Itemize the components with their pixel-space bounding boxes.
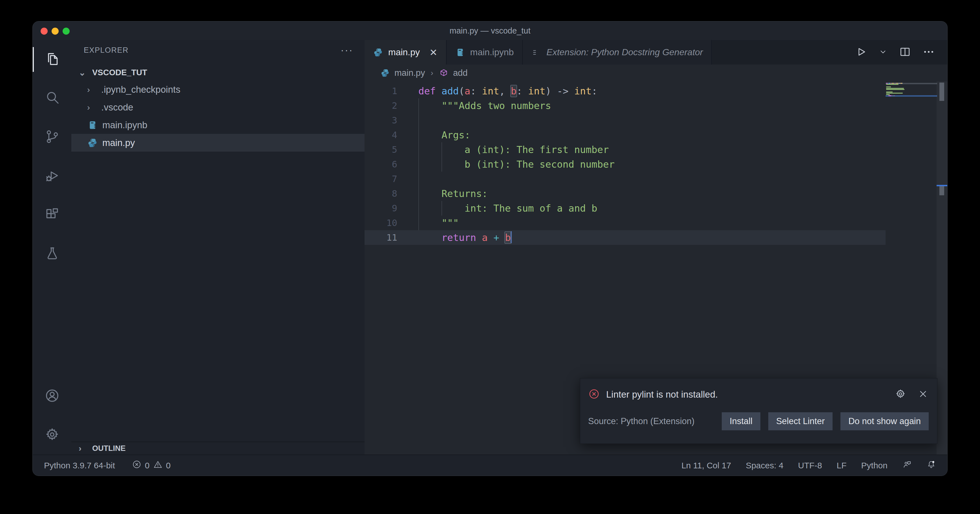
status-encoding[interactable]: UTF-8 [798,461,822,470]
symbol-cube-icon [439,68,449,78]
explorer-more-actions-button[interactable]: ··· [340,44,353,56]
account-icon [44,388,60,405]
breadcrumb-file[interactable]: main.py [395,68,425,78]
line-number: 10 [364,216,418,230]
search-icon [44,90,60,107]
feedback-icon [902,460,912,471]
notification-button-do-not-show-again[interactable]: Do not show again [840,412,929,430]
tree-root-vscode-tut[interactable]: ⌄ VSCODE_TUT [71,64,364,81]
outline-label: OUTLINE [92,444,126,453]
warning-count: 0 [166,461,171,470]
files-icon [44,51,60,68]
word-occurrence-highlight: b [511,86,517,97]
activity-bar-extensions[interactable] [33,195,71,235]
text-cursor [511,232,512,243]
activity-bar-account[interactable] [33,377,71,416]
tree-item-vscode[interactable]: ›.vscode [71,98,364,116]
code-line-3: 3 [364,113,886,128]
code-line-content: return a + b [418,230,512,245]
close-icon[interactable]: ✕ [430,47,438,58]
tab-bar: main.py✕main.ipynbExtension: Python Docs… [364,40,947,65]
error-count: 0 [145,461,150,470]
line-number: 4 [364,128,418,142]
tree-item-label: main.ipynb [102,120,148,130]
minimap-line [886,93,937,94]
status-cursor-position[interactable]: Ln 11, Col 17 [681,461,731,470]
code-line-content: def add(a: int, b: int) -> int: [418,84,597,98]
code-line-1: 1def add(a: int, b: int) -> int: [364,84,886,98]
notebook-file-icon [455,48,465,57]
activity-bar-bottom [33,377,71,455]
tab-label: Extension: Python Docstring Generator [546,47,703,57]
status-notifications[interactable] [926,460,936,471]
tree-item-label: .vscode [101,102,134,113]
notification-source: Source: Python (Extension) [588,416,694,426]
status-interpreter[interactable]: Python 3.9.7 64-bit [44,461,115,470]
tab-main-py[interactable]: main.py✕ [364,40,447,65]
python-file-icon [87,138,98,148]
word-occurrence-highlight: b [505,232,511,243]
debug-icon [44,168,60,185]
more-actions-button[interactable] [923,46,935,59]
vscode-window: main.py — vscode_tut EXPLORER ··· ⌄ VSCO… [32,21,948,476]
activity-bar-source-control[interactable] [33,118,71,157]
line-number: 6 [364,157,418,171]
tab-label: main.py [388,47,420,57]
notification-configure-button[interactable] [895,388,906,401]
window-title: main.py — vscode_tut [33,21,947,40]
tab-main-ipynb[interactable]: main.ipynb [447,40,523,65]
line-number: 8 [364,186,418,201]
split-editor-button[interactable] [899,46,911,59]
python-file-icon [380,68,390,78]
run-button[interactable] [855,46,867,59]
status-problems[interactable]: 00 [132,460,170,471]
beaker-icon [44,246,60,262]
notebook-file-icon [87,120,98,130]
gear-icon [44,427,60,444]
chevron-down-icon: ⌄ [79,68,88,78]
tab-extension-python-docstring-generator[interactable]: Extension: Python Docstring Generator [523,40,712,65]
bell-dot-icon [926,460,936,471]
activity-bar-explorer[interactable] [33,40,71,79]
activity-bar [33,40,71,455]
activity-bar-run-debug[interactable] [33,157,71,195]
chevron-right-icon: › [430,68,434,78]
outline-section[interactable]: › OUTLINE [71,442,364,455]
tree-item-mainipynb[interactable]: main.ipynb [71,116,364,134]
notification-button-select-linter[interactable]: Select Linter [768,412,832,430]
run-dropdown-button[interactable] [878,48,888,57]
minimap-line [886,83,937,84]
chevron-right-icon: › [79,444,88,453]
code-line-content: Args: [418,128,470,142]
activity-bar-settings[interactable] [33,416,71,455]
breadcrumb-symbol[interactable]: add [453,68,468,78]
status-feedback[interactable] [902,460,912,471]
git-branch-icon [44,129,60,146]
scrollbar-thumb[interactable] [939,82,944,101]
code-line-content: Returns: [418,186,488,201]
tree-item-mainpy[interactable]: main.py [71,134,364,152]
overview-ruler-decoration [939,186,944,195]
minimap-line [886,95,937,97]
notification-close-button[interactable] [917,388,929,401]
status-eol[interactable]: LF [837,461,846,470]
code-line-10: 10 """ [364,216,886,230]
status-language-mode[interactable]: Python [861,461,888,470]
minimap-line [886,89,937,90]
code-line-4: 4 Args: [364,128,886,142]
title-bar[interactable]: main.py — vscode_tut [33,21,947,40]
tree-item-ipynb_checkpoints[interactable]: ›.ipynb_checkpoints [71,81,364,98]
error-icon [588,388,600,401]
code-line-content: a (int): The first number [418,142,609,157]
activity-bar-testing[interactable] [33,235,71,273]
minimap-line [886,88,937,89]
editor-scrollbar[interactable] [937,81,947,455]
notification-button-install[interactable]: Install [722,412,760,430]
tree-item-label: .ipynb_checkpoints [101,84,180,95]
line-number: 1 [364,84,418,98]
activity-bar-search[interactable] [33,79,71,118]
code-line-6: 6 b (int): The second number [364,157,886,171]
notification-toast: Linter pylint is not installed. Source: … [580,378,937,444]
code-line-2: 2 """Adds two numbers [364,98,886,113]
status-indentation[interactable]: Spaces: 4 [746,461,783,470]
